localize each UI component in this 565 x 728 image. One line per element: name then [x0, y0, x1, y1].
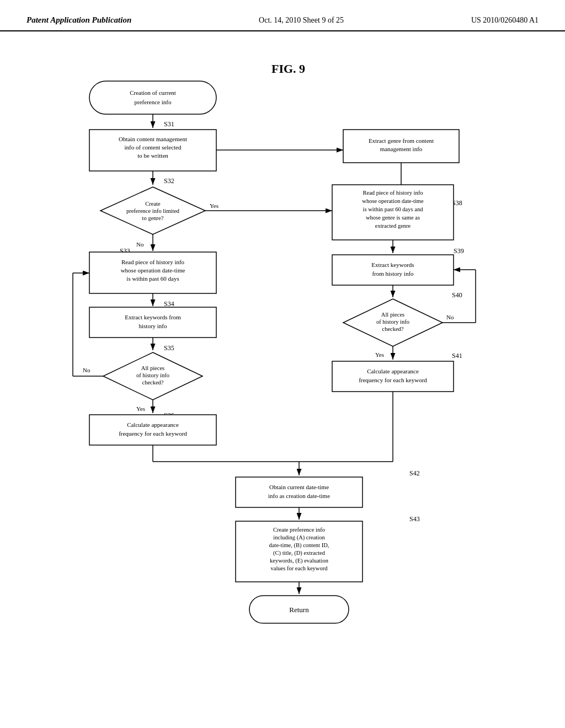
s32-dtext3: to genre?	[142, 215, 164, 221]
s40-dtext3: checked?	[382, 326, 403, 332]
s33-text1: Read piece of history info	[121, 259, 185, 265]
no-label1: No	[136, 241, 144, 248]
s31-text3: to be written	[137, 152, 168, 159]
header-left: Patent Application Publication	[26, 15, 131, 25]
s43-text4: (C) title, (D) extracted	[273, 550, 326, 556]
s43-label: S43	[409, 515, 420, 523]
s37-text2: management info	[380, 146, 423, 152]
s43-text6: values for each keyword	[271, 565, 328, 571]
s38-text4: whose genre is same as	[366, 215, 420, 221]
s41-label: S41	[452, 352, 462, 360]
no-label-s35: No	[83, 367, 90, 373]
s43-text3: date-time, (B) content ID,	[269, 542, 329, 549]
s39-label: S39	[454, 247, 464, 255]
page-header: Patent Application Publication Oct. 14, …	[0, 0, 565, 31]
yes-label-s40: Yes	[375, 351, 384, 358]
s41-text1: Calculate appearance	[367, 368, 419, 374]
s37-text1: Extract genre from content	[369, 137, 434, 144]
s42-label: S42	[409, 469, 420, 477]
start-label1: Creation of current	[130, 89, 176, 96]
s32-label: S32	[164, 177, 174, 185]
s35-dtext2: of history info	[136, 372, 169, 378]
s32-dtext1: Create	[145, 201, 161, 207]
header-center: Oct. 14, 2010 Sheet 9 of 25	[259, 16, 344, 25]
s43-text5: keywords, (E) evaluation	[270, 558, 329, 564]
s31-text1: Obtain content management	[119, 136, 187, 142]
s38-text3: is within past 60 days and	[363, 206, 424, 212]
s35-label: S35	[164, 344, 174, 352]
s34-text2: history info	[138, 323, 167, 329]
s36-text2: frequency for each keyword	[119, 430, 187, 437]
s32-dtext2: preference info limited	[126, 208, 180, 214]
s35-dtext3: checked?	[142, 379, 163, 386]
s40-dtext1: All pieces	[381, 312, 404, 318]
return-label: Return	[289, 606, 309, 614]
s38-text1: Read piece of history info	[363, 190, 423, 196]
start-label2: preference info	[135, 99, 172, 105]
s40-dtext2: of history info	[376, 319, 409, 325]
s36-text1: Calculate appearance	[127, 421, 179, 428]
yes-label1: Yes	[210, 202, 218, 209]
s31-text2: info of content selected	[125, 144, 182, 151]
s43-text2: including (A) creation	[273, 534, 325, 541]
s35-dtext1: All pieces	[141, 365, 164, 371]
s33-text2: whose operation date-time	[121, 267, 185, 274]
flowchart-svg: FIG. 9 Creation of current preference in…	[34, 42, 531, 715]
s41-text2: frequency for each keyword	[359, 377, 427, 383]
s34-text1: Extract keywords from	[125, 314, 181, 320]
yes-label-s35: Yes	[136, 405, 145, 412]
diagram-area: FIG. 9 Creation of current preference in…	[0, 31, 565, 726]
s39-text1: Extract keywords	[371, 261, 414, 268]
s38-text2: whose operation date-time	[362, 198, 424, 204]
s31-label: S31	[164, 120, 174, 128]
s40-label: S40	[452, 291, 462, 299]
s42-text2: info as creation date-time	[268, 493, 330, 499]
fig-label: FIG. 9	[271, 62, 305, 76]
s38-text5: extracted genre	[375, 223, 411, 229]
s34-label: S34	[164, 300, 174, 308]
header-right: US 2010/0260480 A1	[471, 16, 539, 25]
s33-text3: is within past 60 days	[126, 275, 179, 282]
s42-text1: Obtain current date-time	[269, 484, 329, 490]
s43-text1: Create preference info	[273, 527, 325, 533]
start-node	[89, 81, 216, 114]
s39-text2: from history info	[372, 270, 414, 277]
no-label-s40: No	[446, 314, 454, 320]
